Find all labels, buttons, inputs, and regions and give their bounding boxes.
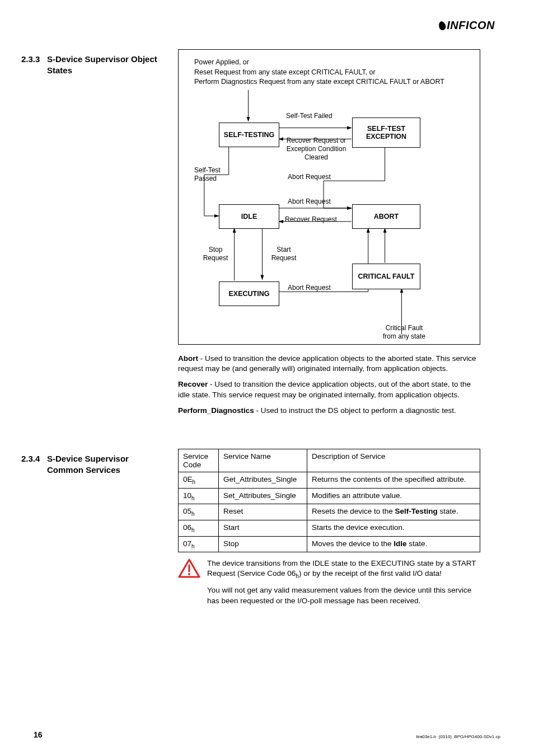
label-recover-request: Recover Request	[285, 215, 337, 224]
label-abort-request-1: Abort Request	[288, 173, 331, 181]
cell-service-name: Start	[219, 520, 307, 537]
label-recover-or-cleared: Recover Request or Exception Condition C…	[283, 137, 350, 162]
cell-service-code: 10h	[179, 488, 219, 504]
section-233-number: 2.3.3	[21, 54, 40, 65]
state-self-test-exception: SELF-TEST EXCEPTION	[352, 118, 420, 148]
cell-service-desc: Returns the contents of the specified at…	[307, 472, 480, 489]
state-abort: ABORT	[352, 204, 420, 229]
state-diagram: Power Applied, or Reset Request from any…	[178, 49, 480, 345]
def-recover: Recover - Used to transition the device …	[178, 379, 480, 400]
drop-icon	[438, 21, 447, 31]
table-row: 07hStopMoves the device to the Idle stat…	[179, 536, 480, 552]
diagram-top-line1: Power Applied, or	[194, 58, 249, 66]
section-234-title: S-Device Supervisor Common Services	[47, 453, 159, 475]
cell-service-desc: Modifies an attribute value.	[307, 488, 480, 504]
def-perform-text: - Used to instruct the DS object to perf…	[254, 406, 456, 415]
warning-block: The device transitions from the IDLE sta…	[178, 558, 480, 612]
warning-triangle-icon	[178, 558, 200, 579]
diagram-top-line2: Reset Request from any state except CRIT…	[194, 68, 376, 76]
def-recover-text: - Used to transition the device applicat…	[178, 380, 471, 398]
warning-p1: The device transitions from the IDLE sta…	[207, 558, 480, 580]
state-executing: EXECUTING	[219, 281, 279, 306]
cell-service-code: 0Eh	[179, 472, 219, 489]
cell-service-code: 05h	[179, 504, 219, 520]
def-abort: Abort - Used to transition the device ap…	[178, 354, 480, 374]
table-row: 06hStartStarts the device execution.	[179, 520, 480, 537]
def-abort-label: Abort	[178, 354, 198, 363]
cell-service-desc: Resets the device to the Self-Testing st…	[307, 504, 480, 520]
state-self-testing: SELF-TESTING	[219, 123, 279, 147]
def-perform-label: Perform_Diagnostics	[178, 406, 254, 415]
document-id: tira03e1-b (0310) BPG/HPG400-SDv1.cp	[416, 734, 500, 739]
table-header-row: Service Code Service Name Description of…	[179, 449, 480, 472]
cell-service-desc: Moves the device to the Idle state.	[307, 536, 480, 552]
diagram-top-text: Power Applied, or Reset Request from any…	[194, 58, 469, 87]
th-service-name: Service Name	[219, 449, 307, 472]
page-number: 16	[34, 730, 43, 739]
page-footer: 16 tira03e1-b (0310) BPG/HPG400-SDv1.cp	[34, 730, 500, 739]
definitions-block: Abort - Used to transition the device ap…	[178, 354, 480, 421]
table-row: 05hResetResets the device to the Self-Te…	[179, 504, 480, 520]
cell-service-desc: Starts the device execution.	[307, 520, 480, 537]
def-abort-text: - Used to transition the device applicat…	[178, 354, 476, 373]
label-critical-from-any: Critical Fault from any state	[379, 324, 429, 341]
section-234-number: 2.3.4	[21, 453, 40, 464]
brand-logo: INFICON	[439, 19, 495, 32]
label-abort-request-2: Abort Request	[288, 198, 331, 206]
diagram-top-line3: Perform Diagnostics Request from any sta…	[194, 78, 444, 86]
warning-p2: You will not get any valid measurement v…	[207, 585, 480, 605]
state-idle: IDLE	[219, 204, 279, 229]
label-self-test-failed: Self-Test Failed	[286, 112, 332, 120]
label-stop-request: Stop Request	[200, 246, 231, 262]
svg-point-10	[188, 573, 190, 575]
cell-service-code: 07h	[179, 536, 219, 552]
cell-service-name: Stop	[219, 536, 307, 552]
cell-service-code: 06h	[179, 520, 219, 537]
services-table: Service Code Service Name Description of…	[178, 449, 480, 552]
label-start-request: Start Request	[268, 246, 299, 262]
label-abort-request-3: Abort Request	[288, 284, 331, 292]
def-recover-label: Recover	[178, 380, 208, 388]
def-perform: Perform_Diagnostics - Used to instruct t…	[178, 406, 480, 416]
th-service-code: Service Code	[179, 449, 219, 472]
cell-service-name: Set_Attributes_Single	[219, 488, 307, 504]
warning-p1-post: ) or by the receipt of the first valid I…	[299, 569, 442, 577]
cell-service-name: Reset	[219, 504, 307, 520]
section-233-title: S-Device Supervisor Object States	[47, 54, 159, 76]
cell-service-name: Get_Attributes_Single	[219, 472, 307, 489]
table-row: 10hSet_Attributes_SingleModifies an attr…	[179, 488, 480, 504]
brand-text: INFICON	[447, 19, 495, 31]
table-row: 0EhGet_Attributes_SingleReturns the cont…	[179, 472, 480, 489]
th-service-desc: Description of Service	[307, 449, 480, 472]
label-self-test-passed: Self-Test Passed	[194, 166, 226, 183]
state-critical-fault: CRITICAL FAULT	[352, 264, 420, 289]
